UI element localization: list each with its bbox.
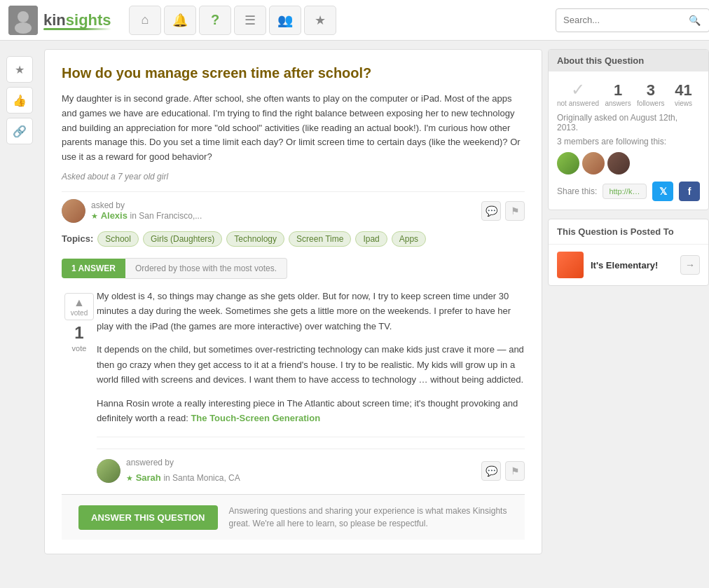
answerer-location: in Santa Monica, CA [163, 473, 240, 483]
logo-area: kinsights [8, 6, 121, 35]
answer-paragraph-3: Hanna Rosin wrote a really interesting p… [97, 396, 525, 426]
followers-count: 3 [647, 81, 655, 100]
calendar-nav-button[interactable]: ☰ [234, 6, 266, 35]
answer-count-badge: 1 ANSWER [62, 259, 125, 278]
svg-point-2 [15, 22, 32, 34]
follower-avatar-3[interactable] [607, 152, 630, 175]
followers-following-text: 3 members are following this: [557, 137, 700, 146]
views-stat: 41 views [670, 81, 697, 107]
help-nav-button[interactable]: ? [199, 6, 231, 35]
answers-stat: 1 answers [605, 81, 631, 107]
vote-count: 1 [74, 323, 83, 343]
topic-technology[interactable]: Technology [226, 231, 284, 247]
follower-avatars-row [557, 152, 700, 175]
home-nav-button[interactable]: ⌂ [129, 6, 161, 35]
search-input[interactable] [556, 8, 709, 32]
answerer-avatar [97, 459, 121, 483]
nav-icons: ⌂ 🔔 ? ☰ 👥 ★ [129, 6, 547, 35]
asker-location: in San Francisco,... [130, 211, 202, 221]
vote-arrow-icon: ▲ [74, 296, 85, 309]
question-title: How do you manage screen time after scho… [62, 64, 525, 82]
answerer-details: answered by ★ Sarah in Santa Monica, CA [126, 456, 240, 486]
views-count: 41 [675, 81, 691, 100]
flag-question-button[interactable]: ⚑ [505, 201, 525, 221]
go-to-group-button[interactable]: → [680, 255, 700, 275]
like-button[interactable]: 👍 [6, 87, 33, 114]
vote-button[interactable]: ▲ voted [64, 293, 94, 320]
flag-answer-button[interactable]: ⚑ [505, 461, 525, 481]
answer-content-area: ▲ voted 1 vote My oldest is 4, so things… [62, 289, 525, 494]
vote-area: ▲ voted 1 vote [62, 289, 97, 494]
answers-count: 1 [614, 81, 622, 100]
favorite-button[interactable]: ★ [6, 56, 33, 83]
about-card-header: About this Question [549, 50, 708, 71]
question-body: My daughter is in second grade. After sc… [62, 92, 525, 165]
not-answered-stat: ✓ not answered [557, 80, 599, 107]
question-actions: 💬 ⚑ [481, 201, 525, 221]
posted-to-card: This Question is Posted To It's Elementa… [548, 219, 709, 286]
asker-name-link[interactable]: Alexis [101, 210, 128, 221]
asked-date: Originally asked on August 12th, 2013. [557, 113, 700, 132]
asked-by-label-text: asked by [91, 200, 202, 210]
answer-paragraph-1: My oldest is 4, so things may change as … [97, 289, 525, 334]
topic-apps[interactable]: Apps [392, 231, 426, 247]
notifications-nav-button[interactable]: 🔔 [164, 6, 196, 35]
asked-by-row: asked by ★ Alexis in San Francisco,... 💬… [62, 191, 525, 223]
asker-name-row: ★ Alexis in San Francisco,... [91, 210, 202, 221]
topic-screentime[interactable]: Screen Time [289, 231, 351, 247]
comment-question-button[interactable]: 💬 [481, 201, 501, 221]
share-button[interactable]: 🔗 [6, 118, 33, 144]
share-link-text[interactable]: http://kin.st/qBXtS [603, 184, 647, 199]
vote-label: vote [72, 344, 87, 353]
logo-text-container: kinsights [43, 11, 111, 29]
people-nav-button[interactable]: 👥 [269, 6, 301, 35]
right-sidebar: About this Question ✓ not answered 1 ans… [548, 49, 709, 554]
share-row: Share this: http://kin.st/qBXtS 𝕏 f [557, 182, 700, 201]
followers-stat: 3 followers [637, 81, 664, 107]
answer-body: My oldest is 4, so things may change as … [97, 289, 525, 494]
group-icon [557, 252, 584, 278]
twitter-share-button[interactable]: 𝕏 [652, 182, 673, 201]
topics-row: Topics: School Girls (Daughters) Technol… [62, 231, 525, 247]
follower-avatar-2[interactable] [582, 152, 605, 175]
about-card-body: ✓ not answered 1 answers 3 followers 41 … [549, 71, 708, 210]
logo-image [8, 6, 38, 35]
checkmark-icon: ✓ [571, 80, 585, 100]
answerer-name-row: ★ Sarah in Santa Monica, CA [126, 470, 240, 486]
answerer-star-icon: ★ [126, 474, 133, 482]
header: kinsights ⌂ 🔔 ? ☰ 👥 ★ 🔍 [0, 0, 709, 41]
search-area: 🔍 [556, 8, 701, 32]
answer-divider [97, 437, 525, 437]
comment-answer-button[interactable]: 💬 [481, 461, 501, 481]
facebook-share-button[interactable]: f [679, 182, 700, 201]
answerer-info: answered by ★ Sarah in Santa Monica, CA [97, 456, 240, 486]
answer-article-link[interactable]: The Touch-Screen Generation [191, 413, 320, 423]
answer-this-question-button[interactable]: ANSWER THIS QUESTION [78, 505, 218, 530]
answers-label: answers [605, 100, 631, 107]
answer-paragraph-2: It depends on the child, but sometimes o… [97, 342, 525, 387]
asked-by-label: asked by [91, 200, 125, 210]
answer-sort-label: Ordered by those with the most votes. [125, 258, 287, 279]
posted-to-header: This Question is Posted To [549, 219, 708, 245]
answer-footer-description: Answering questions and sharing your exp… [229, 505, 508, 530]
not-answered-label: not answered [557, 100, 599, 107]
search-button[interactable]: 🔍 [689, 15, 701, 26]
topics-label: Topics: [62, 233, 93, 244]
answered-by-row: answered by ★ Sarah in Santa Monica, CA … [97, 449, 525, 486]
left-sidebar: ★ 👍 🔗 [0, 49, 39, 554]
answered-by-label-text: answered by [126, 456, 240, 470]
answerer-name-link[interactable]: Sarah [136, 472, 161, 483]
stats-row: ✓ not answered 1 answers 3 followers 41 … [557, 80, 700, 107]
topic-ipad[interactable]: Ipad [355, 231, 387, 247]
topic-school[interactable]: School [97, 231, 139, 247]
asker-details: asked by ★ Alexis in San Francisco,... [91, 200, 202, 221]
topic-girls[interactable]: Girls (Daughters) [143, 231, 222, 247]
about-question-card: About this Question ✓ not answered 1 ans… [548, 49, 709, 210]
main-layout: ★ 👍 🔗 How do you manage screen time afte… [0, 41, 709, 554]
follower-avatar-1[interactable] [557, 152, 579, 175]
answer-footer: ANSWER THIS QUESTION Answering questions… [62, 494, 525, 540]
star-nav-button[interactable]: ★ [304, 6, 336, 35]
asker-avatar [62, 199, 85, 223]
posted-to-item: It's Elementary! → [549, 245, 708, 285]
voted-label: voted [71, 309, 88, 317]
